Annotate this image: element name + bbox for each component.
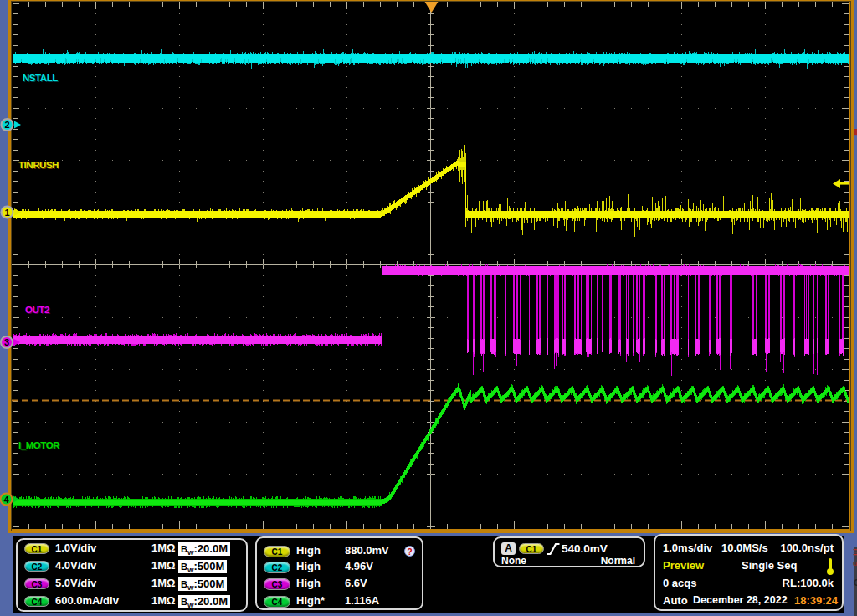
svg-text:4: 4 [3, 495, 9, 505]
svg-text:OUT2: OUT2 [25, 305, 49, 315]
svg-text:3: 3 [4, 337, 9, 347]
svg-text:1: 1 [4, 208, 9, 218]
svg-text:NSTALL: NSTALL [23, 73, 58, 83]
svg-text:TINRUSH: TINRUSH [18, 160, 59, 170]
svg-text:I_MOTOR: I_MOTOR [18, 440, 60, 450]
svg-text:2: 2 [4, 120, 9, 130]
